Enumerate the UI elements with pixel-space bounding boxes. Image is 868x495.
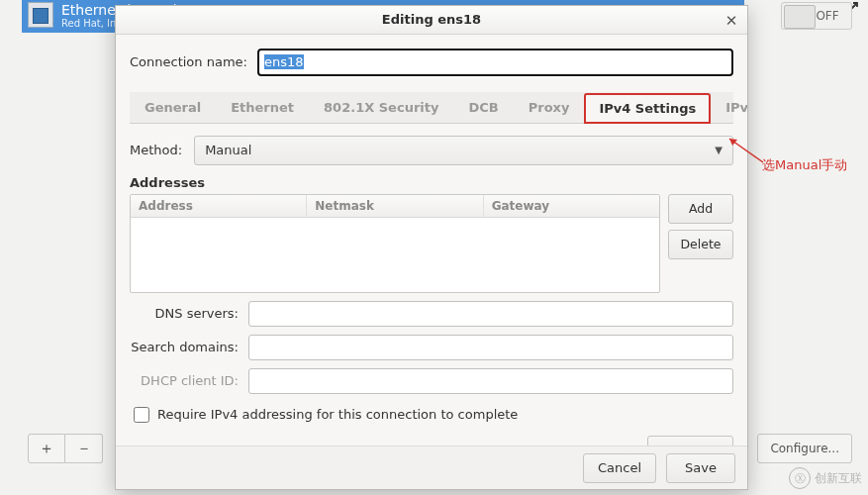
ethernet-icon bbox=[28, 2, 53, 28]
dhcp-client-id-input[interactable] bbox=[248, 368, 733, 394]
search-domains-label: Search domains: bbox=[130, 340, 248, 354]
tab-8021x[interactable]: 802.1X Security bbox=[309, 92, 453, 123]
method-value: Manual bbox=[205, 143, 251, 157]
delete-button[interactable]: Delete bbox=[668, 230, 733, 259]
require-ipv4-label: Require IPv4 addressing for this connect… bbox=[157, 407, 518, 422]
dialog-titlebar[interactable]: Editing ens18 ✕ bbox=[116, 6, 747, 35]
tab-ipv6-settings[interactable]: IPv6 Settings bbox=[711, 92, 747, 123]
dns-input[interactable] bbox=[248, 301, 733, 327]
save-button[interactable]: Save bbox=[666, 453, 735, 483]
watermark-text: 创新互联 bbox=[815, 470, 862, 487]
method-label: Method: bbox=[130, 143, 182, 157]
watermark: Ⓧ 创新互联 bbox=[789, 467, 862, 489]
watermark-icon: Ⓧ bbox=[789, 467, 811, 489]
remove-connection-button[interactable]: － bbox=[65, 434, 103, 463]
off-label: OFF bbox=[816, 9, 838, 23]
dhcp-client-id-label: DHCP client ID: bbox=[130, 373, 248, 388]
add-button[interactable]: Add bbox=[668, 194, 733, 224]
configure-button[interactable]: Configure... bbox=[757, 434, 852, 463]
dns-label: DNS servers: bbox=[130, 306, 248, 321]
search-domains-input[interactable] bbox=[248, 335, 733, 360]
addresses-table[interactable]: Address Netmask Gateway bbox=[130, 194, 660, 293]
col-netmask: Netmask bbox=[307, 195, 483, 217]
connection-name-label: Connection name: bbox=[130, 54, 247, 69]
method-dropdown[interactable]: Manual ▼ bbox=[194, 136, 733, 165]
tab-ethernet[interactable]: Ethernet bbox=[216, 92, 309, 123]
addresses-label: Addresses bbox=[130, 175, 733, 190]
require-ipv4-checkbox[interactable] bbox=[134, 407, 149, 423]
edit-connection-dialog: Editing ens18 ✕ Connection name: General… bbox=[115, 5, 748, 490]
chevron-down-icon: ▼ bbox=[715, 145, 723, 155]
connection-name-input[interactable] bbox=[257, 49, 733, 76]
cancel-button[interactable]: Cancel bbox=[583, 453, 656, 483]
tab-ipv4-settings[interactable]: IPv4 Settings bbox=[584, 93, 711, 124]
addresses-rows[interactable] bbox=[131, 218, 659, 287]
tab-proxy[interactable]: Proxy bbox=[514, 92, 585, 123]
col-address: Address bbox=[131, 195, 307, 217]
toggle-off-switch[interactable]: OFF bbox=[781, 2, 852, 30]
tab-general[interactable]: General bbox=[130, 92, 216, 123]
tab-dcb[interactable]: DCB bbox=[453, 92, 513, 123]
annotation-text: 选Manual手动 bbox=[762, 156, 847, 174]
tabs: General Ethernet 802.1X Security DCB Pro… bbox=[130, 92, 733, 124]
col-gateway: Gateway bbox=[484, 195, 659, 217]
routes-button[interactable]: Routes... bbox=[647, 436, 733, 446]
add-connection-button[interactable]: ＋ bbox=[28, 434, 65, 463]
dialog-title: Editing ens18 bbox=[382, 12, 481, 27]
close-icon[interactable]: ✕ bbox=[722, 11, 741, 31]
